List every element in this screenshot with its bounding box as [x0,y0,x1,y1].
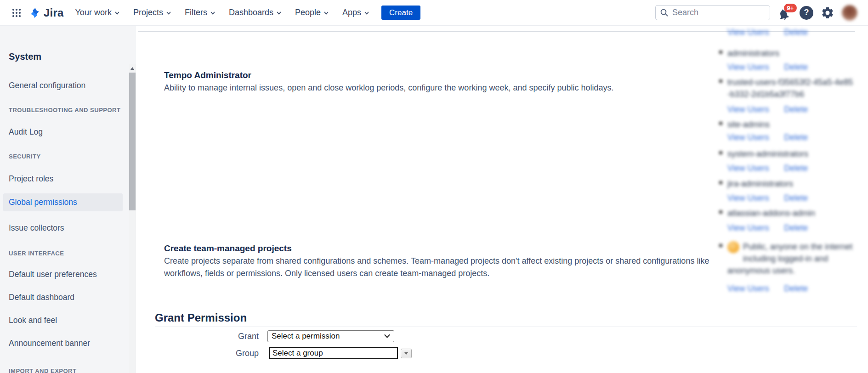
sidebar-item-label: Project roles [9,174,53,183]
group-links: View Users Delete [727,164,808,173]
sidebar-item-label: Announcement banner [9,339,90,348]
group-name: system-administrators [727,148,857,160]
view-users-link[interactable]: View Users [727,164,769,173]
group-name: atlassian-addons-admin [727,207,857,219]
view-users-link[interactable]: View Users [727,133,769,142]
view-users-link[interactable]: View Users [727,223,769,232]
group-links: View Users Delete [727,105,808,114]
group-field-label: Group [184,349,259,358]
group-picker-input[interactable]: Select a group [269,347,398,359]
admin-sidebar: System General configuration TROUBLESHOO… [0,26,136,373]
nav-item-people[interactable]: People [295,8,329,17]
view-users-link[interactable]: View Users [727,284,769,293]
sidebar-item-global-permissions[interactable]: Global permissions [3,193,123,211]
jira-logo-text: Jira [44,6,64,19]
create-button[interactable]: Create [381,6,420,20]
group-list-item: site-admins [719,119,857,130]
delete-link[interactable]: Delete [784,62,808,72]
delete-link[interactable]: Delete [784,133,808,142]
group-links-partial: View Users Delete [727,28,808,37]
delete-link[interactable]: Delete [784,28,808,37]
group-list-item: jira-administrators [719,178,857,190]
view-users-link[interactable]: View Users [727,193,769,203]
nav-item-projects[interactable]: Projects [133,8,171,17]
sidebar-section-security: SECURITY [9,153,41,160]
jira-logo-icon [28,6,41,19]
help-button[interactable]: ? [800,6,813,20]
sidebar-item-label: Default dashboard [9,293,74,302]
select-chevron-icon [384,334,390,338]
permission-groups-column: View Users Delete administrators View Us… [719,26,862,373]
group-name: Public, anyone on the internet including… [727,241,862,277]
delete-link[interactable]: Delete [784,223,808,232]
sidebar-section-import-export: IMPORT AND EXPORT [9,367,76,373]
chevron-down-icon [166,11,171,15]
delete-link[interactable]: Delete [784,193,808,203]
app-switcher-icon[interactable] [11,8,22,18]
sidebar-item-label: Audit Log [9,127,43,136]
chevron-down-icon [364,11,369,15]
global-permissions-content: Tempo Administrator Ability to manage in… [136,26,868,373]
nav-item-label: Projects [133,8,163,17]
bullet-icon [719,79,722,83]
user-avatar[interactable] [842,5,857,21]
nav-item-filters[interactable]: Filters [185,8,215,17]
dropdown-triangle-icon [404,352,408,355]
sidebar-item-issue-collectors[interactable]: Issue collectors [3,219,123,237]
group-list-item: system-administrators [719,148,857,160]
sidebar-scrollbar-thumb[interactable] [129,73,136,210]
bullet-icon [719,51,722,54]
delete-link[interactable]: Delete [784,284,808,293]
sidebar-item-label: Global permissions [9,198,77,207]
notification-badge: 9+ [784,4,797,12]
scrollbar-up-arrow-icon[interactable] [129,64,136,73]
grant-permission-select[interactable]: Select a permission [267,330,394,342]
search-box [655,5,770,20]
sidebar-item-general-configuration[interactable]: General configuration [3,77,123,95]
search-input[interactable] [655,5,770,20]
nav-item-apps[interactable]: Apps [342,8,369,17]
sidebar-item-default-dashboard[interactable]: Default dashboard [3,288,123,306]
group-picker-dropdown-button[interactable] [401,349,412,358]
group-list-item: administrators [719,47,857,59]
nav-item-label: Your work [75,8,112,17]
sidebar-section-troubleshooting: TROUBLESHOOTING AND SUPPORT [9,107,120,113]
permission-row-description: Create projects separate from shared con… [164,255,720,280]
nav-item-label: Dashboards [229,8,273,17]
chevron-down-icon [277,11,281,15]
delete-link[interactable]: Delete [784,164,808,173]
bullet-icon [719,181,722,184]
group-list-item: atlassian-addons-admin [719,207,857,219]
sidebar-item-audit-log[interactable]: Audit Log [3,123,123,141]
sidebar-item-project-roles[interactable]: Project roles [3,170,123,188]
notifications-button[interactable]: 9+ [777,5,792,21]
grant-field-label: Grant [184,332,259,341]
grid-dots-icon [12,8,21,17]
gear-icon [821,6,834,20]
nav-item-label: Filters [185,8,207,17]
public-access-warning-icon [727,241,739,253]
search-icon [660,8,669,19]
permission-row-description: Ability to manage internal issues, open … [164,82,720,94]
sidebar-item-label: Issue collectors [9,223,64,232]
view-users-link[interactable]: View Users [727,105,769,114]
group-list-item: Public, anyone on the internet including… [719,241,862,277]
delete-link[interactable]: Delete [784,105,808,114]
sidebar-item-look-and-feel[interactable]: Look and feel [3,311,123,329]
chevron-down-icon [210,11,215,15]
nav-item-your-work[interactable]: Your work [75,8,119,17]
main-nav: Your work Projects Filters Dashboards Pe… [75,8,369,17]
settings-button[interactable] [821,6,834,20]
sidebar-scrollbar[interactable] [129,64,136,373]
group-list-item: trusted-users-f35653f2-45a5-4e85-b332-2d… [719,76,857,100]
jira-logo[interactable]: Jira [28,6,64,19]
nav-item-dashboards[interactable]: Dashboards [229,8,281,17]
view-users-link[interactable]: View Users [727,62,769,72]
sidebar-item-default-user-preferences[interactable]: Default user preferences [3,266,123,283]
group-links: View Users Delete [727,62,808,72]
question-mark-icon: ? [804,8,809,17]
view-users-link[interactable]: View Users [727,28,769,37]
group-name: administrators [727,47,857,59]
sidebar-section-user-interface: USER INTERFACE [9,250,64,257]
sidebar-item-announcement-banner[interactable]: Announcement banner [3,334,123,352]
